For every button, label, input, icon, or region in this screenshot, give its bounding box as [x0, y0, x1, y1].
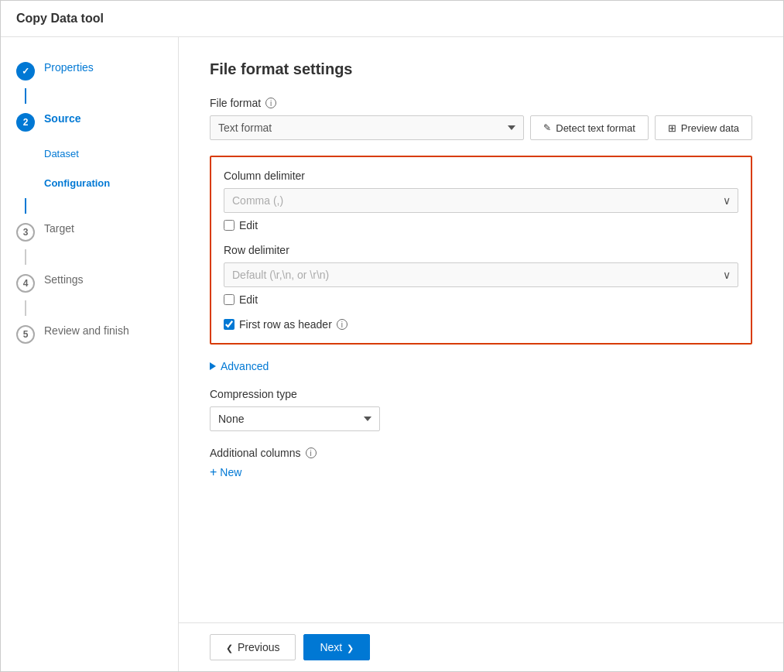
sidebar-item-source[interactable]: 2 Source [1, 104, 178, 139]
connector-1 [25, 88, 26, 104]
new-column-button[interactable]: + New [210, 465, 241, 479]
connector-3 [25, 249, 26, 265]
compression-label-text: Compression type [210, 388, 297, 400]
content-area: File format settings File format i Text … [179, 37, 783, 622]
page-title: File format settings [210, 60, 752, 78]
first-row-header-checkbox[interactable] [224, 319, 235, 330]
sidebar-label-source: Source [44, 111, 80, 127]
file-format-select[interactable]: Text format [210, 115, 524, 140]
additional-columns-label: Additional columns i [210, 447, 752, 459]
row-delimiter-select-wrap: Default (\r,\n, or \r\n) [224, 262, 738, 287]
file-format-row: Text format ✎ Detect text format ⊞ Previ… [210, 115, 752, 140]
column-delimiter-edit-row: Edit [224, 219, 738, 231]
additional-columns-group: Additional columns i + New [210, 447, 752, 479]
sidebar-item-properties[interactable]: ✓ Properties [1, 53, 178, 88]
step-circle-review: 5 [16, 325, 35, 344]
step-circle-settings: 4 [16, 274, 35, 293]
step-circle-target: 3 [16, 223, 35, 242]
column-delimiter-edit-label: Edit [239, 219, 258, 231]
file-format-group: File format i Text format ✎ Detect text … [210, 97, 752, 140]
main-panel: File format settings File format i Text … [179, 37, 783, 671]
preview-icon: ⊞ [668, 122, 676, 134]
row-delimiter-label: Row delimiter [224, 244, 738, 256]
file-format-label-text: File format [210, 97, 261, 109]
preview-data-label: Preview data [681, 122, 739, 134]
new-column-label: New [220, 466, 241, 478]
detect-text-button[interactable]: ✎ Detect text format [530, 115, 649, 140]
row-delimiter-select[interactable]: Default (\r,\n, or \r\n) [224, 262, 738, 287]
column-delimiter-select[interactable]: Comma (,) [224, 188, 738, 213]
additional-columns-label-text: Additional columns [210, 447, 301, 459]
advanced-toggle[interactable]: Advanced [210, 360, 752, 372]
column-delimiter-edit-checkbox[interactable] [224, 220, 235, 231]
row-delimiter-edit-label: Edit [239, 293, 258, 306]
row-delimiter-edit-checkbox[interactable] [224, 294, 235, 305]
sidebar-label-dataset: Dataset [44, 147, 79, 161]
first-row-info-icon[interactable]: i [337, 319, 347, 330]
advanced-label: Advanced [221, 360, 269, 372]
previous-label: Previous [238, 641, 279, 653]
sidebar-label-properties: Properties [44, 60, 94, 76]
row-delimiter-edit-row: Edit [224, 293, 738, 306]
detect-text-label: Detect text format [556, 122, 635, 134]
step-circle-properties: ✓ [16, 62, 35, 81]
footer: Previous Next [179, 622, 783, 671]
detect-text-icon: ✎ [543, 122, 551, 133]
sidebar-item-target[interactable]: 3 Target [1, 214, 178, 249]
column-delimiter-label: Column delimiter [224, 170, 738, 182]
sidebar-item-settings[interactable]: 4 Settings [1, 265, 178, 300]
sidebar-label-settings: Settings [44, 273, 84, 288]
sidebar-label-configuration: Configuration [44, 177, 110, 190]
file-format-label: File format i [210, 97, 752, 109]
file-format-info-icon[interactable]: i [265, 98, 276, 108]
connector-2 [25, 198, 26, 214]
column-delimiter-select-wrap: Comma (,) [224, 188, 738, 213]
compression-select[interactable]: None [210, 406, 380, 431]
compression-group: Compression type None [210, 388, 752, 431]
preview-data-button[interactable]: ⊞ Preview data [655, 115, 752, 140]
connector-4 [25, 300, 26, 316]
first-row-header-row: First row as header i [224, 318, 738, 331]
sidebar-item-dataset[interactable]: Dataset [1, 139, 178, 169]
next-button[interactable]: Next [303, 634, 370, 660]
step-circle-source: 2 [16, 113, 35, 132]
first-row-header-label: First row as header [239, 318, 332, 331]
app-title: Copy Data tool [1, 1, 783, 37]
next-chevron-icon [347, 641, 354, 653]
previous-button[interactable]: Previous [210, 634, 296, 660]
column-delimiter-section: Column delimiter Comma (,) Edit [224, 170, 738, 231]
delimiter-box: Column delimiter Comma (,) Edit [210, 156, 752, 345]
sidebar-item-configuration[interactable]: Configuration [1, 169, 178, 198]
previous-chevron-icon [226, 641, 233, 653]
advanced-chevron-icon [210, 362, 216, 370]
sidebar-item-review[interactable]: 5 Review and finish [1, 316, 178, 351]
plus-icon: + [210, 465, 217, 479]
sidebar: ✓ Properties 2 Source Dataset Configurat… [1, 37, 179, 671]
sidebar-label-target: Target [44, 221, 74, 237]
sidebar-label-review: Review and finish [44, 324, 129, 339]
next-label: Next [320, 641, 342, 653]
additional-columns-info-icon[interactable]: i [306, 447, 317, 458]
compression-label: Compression type [210, 388, 752, 400]
row-delimiter-section: Row delimiter Default (\r,\n, or \r\n) E… [224, 244, 738, 306]
